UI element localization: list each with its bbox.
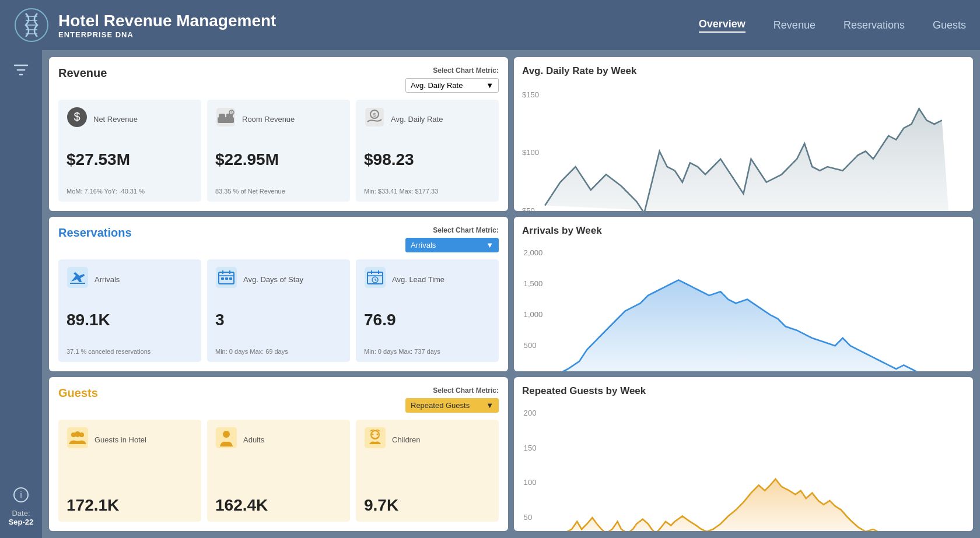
guests-select-label: Select Chart Metric: xyxy=(433,386,499,395)
svg-text:$50: $50 xyxy=(522,206,535,212)
children-top: Children xyxy=(364,427,491,453)
svg-text:$: $ xyxy=(373,112,376,118)
repeated-guests-chart-area: 200 150 100 50 0 Jul 2018 Jan 2019 Jul 2… xyxy=(522,402,965,531)
children-label: Children xyxy=(392,435,420,444)
avg-daily-rate-top: $ Avg. Daily Rate xyxy=(364,107,491,132)
avg-daily-rate-sub: Min: $33.41 Max: $177.33 xyxy=(364,188,491,195)
nav-guests[interactable]: Guests xyxy=(933,19,966,31)
revenue-panel: Revenue Select Chart Metric: Avg. Daily … xyxy=(49,57,508,211)
revenue-kpi-row: $ Net Revenue $27.53M MoM: 7.16% YoY: -4… xyxy=(58,100,499,202)
avg-daily-rate-card: $ Avg. Daily Rate $98.23 Min: $33.41 Max… xyxy=(356,100,499,202)
reservations-header: Reservations Select Chart Metric: Arriva… xyxy=(58,226,499,252)
svg-text:2,000: 2,000 xyxy=(524,248,543,257)
svg-point-63 xyxy=(372,433,374,435)
svg-text:50: 50 xyxy=(524,513,533,522)
revenue-metric-selector: Select Chart Metric: Avg. Daily Rate ▼ xyxy=(405,66,499,93)
net-revenue-sub: MoM: 7.16% YoY: -40.31 % xyxy=(66,188,193,195)
guests-hotel-top: Guests in Hotel xyxy=(66,427,193,453)
title-block: Hotel Revenue Management ENTERPRISE DNA xyxy=(58,12,699,39)
sidebar: i Date: Sep-22 xyxy=(0,50,42,538)
avg-lead-time-sub: Min: 0 days Max: 737 days xyxy=(364,348,491,355)
filter-icon[interactable] xyxy=(13,62,29,82)
header: Hotel Revenue Management ENTERPRISE DNA … xyxy=(0,0,980,50)
room-revenue-top: $ Room Revenue xyxy=(215,107,342,132)
svg-text:200: 200 xyxy=(524,408,537,417)
svg-text:1,500: 1,500 xyxy=(524,279,543,288)
chevron-down-icon: ▼ xyxy=(486,81,494,90)
guests-dropdown[interactable]: Repeated Guests ▼ xyxy=(405,398,499,413)
guests-title: Guests xyxy=(58,386,98,400)
bed-icon: $ xyxy=(215,107,236,132)
avg-daily-rate-label: Avg. Daily Rate xyxy=(391,115,443,124)
content-grid: Revenue Select Chart Metric: Avg. Daily … xyxy=(42,50,980,538)
guests-header: Guests Select Chart Metric: Repeated Gue… xyxy=(58,386,499,413)
avg-daily-rate-value: $98.23 xyxy=(364,150,491,169)
dollar-icon: $ xyxy=(66,107,88,132)
avg-lead-time-card: Avg. Lead Time 76.9 Min: 0 days Max: 737… xyxy=(356,259,499,361)
chevron-down-icon-blue: ▼ xyxy=(486,241,494,249)
logo-icon xyxy=(14,8,49,43)
svg-rect-35 xyxy=(225,277,228,280)
date-value: Sep-22 xyxy=(9,518,34,526)
svg-point-58 xyxy=(75,431,80,437)
avg-daily-rate-chart-area: $150 $100 $50 Jul 2018 xyxy=(522,82,965,211)
guests-hotel-label: Guests in Hotel xyxy=(94,435,146,444)
net-revenue-label: Net Revenue xyxy=(93,115,138,124)
svg-point-60 xyxy=(223,431,230,438)
reservations-select-label: Select Chart Metric: xyxy=(433,226,499,234)
svg-text:$100: $100 xyxy=(522,148,539,157)
revenue-dropdown-value: Avg. Daily Rate xyxy=(411,81,463,90)
svg-text:$: $ xyxy=(74,110,80,123)
plane-icon xyxy=(66,266,89,293)
children-card: Children 9.7K xyxy=(356,420,499,522)
app-title: Hotel Revenue Management xyxy=(58,12,699,30)
guests-hotel-value: 172.1K xyxy=(66,496,193,515)
net-revenue-value: $27.53M xyxy=(66,150,193,169)
group-icon xyxy=(66,427,89,453)
avg-days-label: Avg. Days of Stay xyxy=(243,275,303,284)
hand-coin-icon: $ xyxy=(364,107,385,132)
brand-name: ENTERPRISE xyxy=(58,30,113,39)
nav-reservations[interactable]: Reservations xyxy=(844,19,905,31)
net-revenue-card: $ Net Revenue $27.53M MoM: 7.16% YoY: -4… xyxy=(58,100,201,202)
avg-days-card: Avg. Days of Stay 3 Min: 0 days Max: 69 … xyxy=(207,259,350,361)
brand-rest: DNA xyxy=(113,30,134,39)
svg-point-64 xyxy=(377,433,379,435)
svg-text:1,000: 1,000 xyxy=(524,310,543,319)
reservations-panel: Reservations Select Chart Metric: Arriva… xyxy=(49,217,508,371)
svg-text:$150: $150 xyxy=(522,90,539,99)
avg-daily-rate-chart-panel: Avg. Daily Rate by Week $150 $100 $50 xyxy=(514,57,973,211)
person-icon xyxy=(215,427,237,453)
room-revenue-sub: 83.35 % of Net Revenue xyxy=(215,188,342,195)
avg-daily-rate-chart-title: Avg. Daily Rate by Week xyxy=(522,65,965,77)
svg-rect-36 xyxy=(229,277,232,280)
svg-text:150: 150 xyxy=(524,443,537,452)
repeated-guests-svg: 200 150 100 50 0 Jul 2018 Jan 2019 Jul 2… xyxy=(522,402,965,531)
avg-days-top: Avg. Days of Stay xyxy=(215,266,342,293)
avg-lead-time-top: Avg. Lead Time xyxy=(364,266,491,293)
reservations-dropdown[interactable]: Arrivals ▼ xyxy=(405,238,499,252)
repeated-guests-chart-title: Repeated Guests by Week xyxy=(522,385,965,397)
nav-overview[interactable]: Overview xyxy=(699,18,746,33)
room-revenue-label: Room Revenue xyxy=(242,115,295,124)
guests-dropdown-value: Repeated Guests xyxy=(411,401,470,410)
guests-metric-selector: Select Chart Metric: Repeated Guests ▼ xyxy=(405,386,499,413)
revenue-dropdown[interactable]: Avg. Daily Rate ▼ xyxy=(405,78,499,93)
child-icon xyxy=(364,427,386,453)
children-value: 9.7K xyxy=(364,496,491,515)
reservations-title: Reservations xyxy=(58,226,132,240)
guests-hotel-card: Guests in Hotel 172.1K xyxy=(58,420,201,522)
nav-revenue[interactable]: Revenue xyxy=(774,19,816,31)
arrivals-chart-area: 2,000 1,500 1,000 500 0 Jul 2018 Jan 201… xyxy=(522,241,965,371)
calendar-clock-icon xyxy=(364,266,386,293)
avg-daily-rate-svg: $150 $100 $50 Jul 2018 xyxy=(522,82,965,211)
main-layout: i Date: Sep-22 Revenue Select Chart Metr… xyxy=(0,50,980,538)
arrivals-svg: 2,000 1,500 1,000 500 0 Jul 2018 Jan 201… xyxy=(522,241,965,371)
adults-value: 162.4K xyxy=(215,496,342,515)
reservations-dropdown-value: Arrivals xyxy=(411,241,436,249)
sidebar-date: i Date: Sep-22 xyxy=(9,487,34,526)
room-revenue-card: $ Room Revenue $22.95M 83.35 % of Net Re… xyxy=(207,100,350,202)
app-subtitle: ENTERPRISE DNA xyxy=(58,30,699,39)
svg-text:500: 500 xyxy=(524,341,537,350)
svg-rect-12 xyxy=(219,114,225,118)
